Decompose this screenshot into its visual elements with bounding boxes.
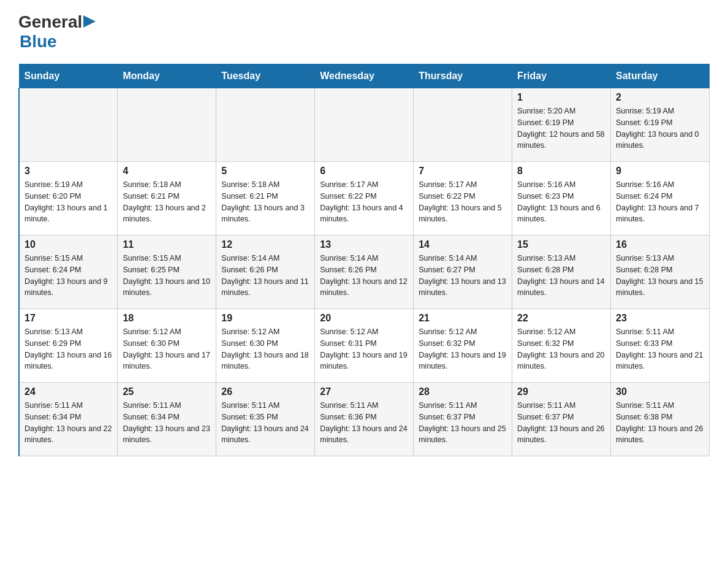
calendar-day-7: 7Sunrise: 5:17 AM Sunset: 6:22 PM Daylig… [414,162,512,236]
day-number: 16 [616,239,704,250]
day-number: 15 [517,239,605,250]
calendar-day-22: 22Sunrise: 5:12 AM Sunset: 6:32 PM Dayli… [512,309,611,383]
day-number: 11 [123,239,211,250]
logo-blue-text: Blue [20,32,57,52]
day-info: Sunrise: 5:12 AM Sunset: 6:32 PM Dayligh… [517,326,605,372]
day-number: 10 [25,239,112,250]
calendar-day-30: 30Sunrise: 5:11 AM Sunset: 6:38 PM Dayli… [611,383,710,456]
day-number: 21 [419,313,507,324]
header-sunday: Sunday [19,64,118,88]
calendar-empty-cell [19,88,118,162]
calendar-empty-cell [216,88,315,162]
day-info: Sunrise: 5:19 AM Sunset: 6:20 PM Dayligh… [25,179,112,225]
day-number: 22 [517,313,605,324]
calendar-day-16: 16Sunrise: 5:13 AM Sunset: 6:28 PM Dayli… [611,236,710,309]
logo-general-text: General [18,12,82,32]
day-info: Sunrise: 5:11 AM Sunset: 6:36 PM Dayligh… [320,400,408,446]
day-info: Sunrise: 5:11 AM Sunset: 6:37 PM Dayligh… [419,400,507,446]
calendar-day-14: 14Sunrise: 5:14 AM Sunset: 6:27 PM Dayli… [414,236,512,309]
day-info: Sunrise: 5:11 AM Sunset: 6:34 PM Dayligh… [123,400,211,446]
day-number: 8 [517,166,605,177]
calendar-empty-cell [315,88,414,162]
calendar-day-28: 28Sunrise: 5:11 AM Sunset: 6:37 PM Dayli… [414,383,512,456]
calendar-day-15: 15Sunrise: 5:13 AM Sunset: 6:28 PM Dayli… [512,236,611,309]
day-number: 27 [320,386,408,397]
day-number: 5 [221,166,309,177]
calendar-week-row: 24Sunrise: 5:11 AM Sunset: 6:34 PM Dayli… [19,383,710,456]
day-info: Sunrise: 5:14 AM Sunset: 6:27 PM Dayligh… [419,253,507,299]
calendar-week-row: 17Sunrise: 5:13 AM Sunset: 6:29 PM Dayli… [19,309,710,383]
day-info: Sunrise: 5:15 AM Sunset: 6:25 PM Dayligh… [123,253,211,299]
calendar-day-24: 24Sunrise: 5:11 AM Sunset: 6:34 PM Dayli… [19,383,118,456]
day-number: 9 [616,166,704,177]
calendar-day-29: 29Sunrise: 5:11 AM Sunset: 6:37 PM Dayli… [512,383,611,456]
day-number: 26 [221,386,309,397]
calendar-day-18: 18Sunrise: 5:12 AM Sunset: 6:30 PM Dayli… [118,309,216,383]
calendar-day-13: 13Sunrise: 5:14 AM Sunset: 6:26 PM Dayli… [315,236,414,309]
day-number: 23 [616,313,704,324]
calendar-day-12: 12Sunrise: 5:14 AM Sunset: 6:26 PM Dayli… [216,236,315,309]
calendar-header-row: SundayMondayTuesdayWednesdayThursdayFrid… [19,64,710,88]
calendar-week-row: 1Sunrise: 5:20 AM Sunset: 6:19 PM Daylig… [19,88,710,162]
day-info: Sunrise: 5:13 AM Sunset: 6:28 PM Dayligh… [517,253,605,299]
day-info: Sunrise: 5:17 AM Sunset: 6:22 PM Dayligh… [419,179,507,225]
day-number: 3 [25,166,112,177]
day-number: 1 [517,92,605,103]
calendar-day-19: 19Sunrise: 5:12 AM Sunset: 6:30 PM Dayli… [216,309,315,383]
header-friday: Friday [512,64,611,88]
day-number: 29 [517,386,605,397]
day-info: Sunrise: 5:11 AM Sunset: 6:35 PM Dayligh… [221,400,309,446]
calendar-day-11: 11Sunrise: 5:15 AM Sunset: 6:25 PM Dayli… [118,236,216,309]
day-info: Sunrise: 5:18 AM Sunset: 6:21 PM Dayligh… [123,179,211,225]
day-info: Sunrise: 5:18 AM Sunset: 6:21 PM Dayligh… [221,179,309,225]
calendar-day-4: 4Sunrise: 5:18 AM Sunset: 6:21 PM Daylig… [118,162,216,236]
day-info: Sunrise: 5:12 AM Sunset: 6:30 PM Dayligh… [221,326,309,372]
day-info: Sunrise: 5:12 AM Sunset: 6:30 PM Dayligh… [123,326,211,372]
day-number: 30 [616,386,704,397]
day-number: 18 [123,313,211,324]
logo-arrow-icon [83,14,97,29]
day-number: 20 [320,313,408,324]
calendar-day-10: 10Sunrise: 5:15 AM Sunset: 6:24 PM Dayli… [19,236,118,309]
calendar-day-3: 3Sunrise: 5:19 AM Sunset: 6:20 PM Daylig… [19,162,118,236]
day-info: Sunrise: 5:16 AM Sunset: 6:24 PM Dayligh… [616,179,704,225]
day-number: 19 [221,313,309,324]
calendar-empty-cell [118,88,216,162]
day-number: 28 [419,386,507,397]
day-number: 24 [25,386,112,397]
day-number: 13 [320,239,408,250]
calendar-day-9: 9Sunrise: 5:16 AM Sunset: 6:24 PM Daylig… [611,162,710,236]
day-info: Sunrise: 5:19 AM Sunset: 6:19 PM Dayligh… [616,105,704,151]
calendar-day-2: 2Sunrise: 5:19 AM Sunset: 6:19 PM Daylig… [611,88,710,162]
day-number: 4 [123,166,211,177]
day-number: 17 [25,313,112,324]
calendar-day-1: 1Sunrise: 5:20 AM Sunset: 6:19 PM Daylig… [512,88,611,162]
calendar-day-5: 5Sunrise: 5:18 AM Sunset: 6:21 PM Daylig… [216,162,315,236]
day-info: Sunrise: 5:13 AM Sunset: 6:28 PM Dayligh… [616,253,704,299]
logo: General Blue [18,12,97,52]
day-number: 12 [221,239,309,250]
day-info: Sunrise: 5:11 AM Sunset: 6:33 PM Dayligh… [616,326,704,372]
calendar-day-25: 25Sunrise: 5:11 AM Sunset: 6:34 PM Dayli… [118,383,216,456]
day-info: Sunrise: 5:14 AM Sunset: 6:26 PM Dayligh… [320,253,408,299]
calendar-day-21: 21Sunrise: 5:12 AM Sunset: 6:32 PM Dayli… [414,309,512,383]
day-info: Sunrise: 5:11 AM Sunset: 6:37 PM Dayligh… [517,400,605,446]
day-number: 25 [123,386,211,397]
header-wednesday: Wednesday [315,64,414,88]
calendar-day-6: 6Sunrise: 5:17 AM Sunset: 6:22 PM Daylig… [315,162,414,236]
day-number: 2 [616,92,704,103]
svg-marker-0 [83,15,96,28]
calendar-day-27: 27Sunrise: 5:11 AM Sunset: 6:36 PM Dayli… [315,383,414,456]
day-number: 6 [320,166,408,177]
header-thursday: Thursday [414,64,512,88]
header-saturday: Saturday [611,64,710,88]
day-number: 7 [419,166,507,177]
calendar-day-17: 17Sunrise: 5:13 AM Sunset: 6:29 PM Dayli… [19,309,118,383]
calendar-day-20: 20Sunrise: 5:12 AM Sunset: 6:31 PM Dayli… [315,309,414,383]
day-info: Sunrise: 5:12 AM Sunset: 6:32 PM Dayligh… [419,326,507,372]
calendar-day-23: 23Sunrise: 5:11 AM Sunset: 6:33 PM Dayli… [611,309,710,383]
calendar-day-8: 8Sunrise: 5:16 AM Sunset: 6:23 PM Daylig… [512,162,611,236]
day-info: Sunrise: 5:14 AM Sunset: 6:26 PM Dayligh… [221,253,309,299]
day-info: Sunrise: 5:11 AM Sunset: 6:38 PM Dayligh… [616,400,704,446]
day-info: Sunrise: 5:15 AM Sunset: 6:24 PM Dayligh… [25,253,112,299]
